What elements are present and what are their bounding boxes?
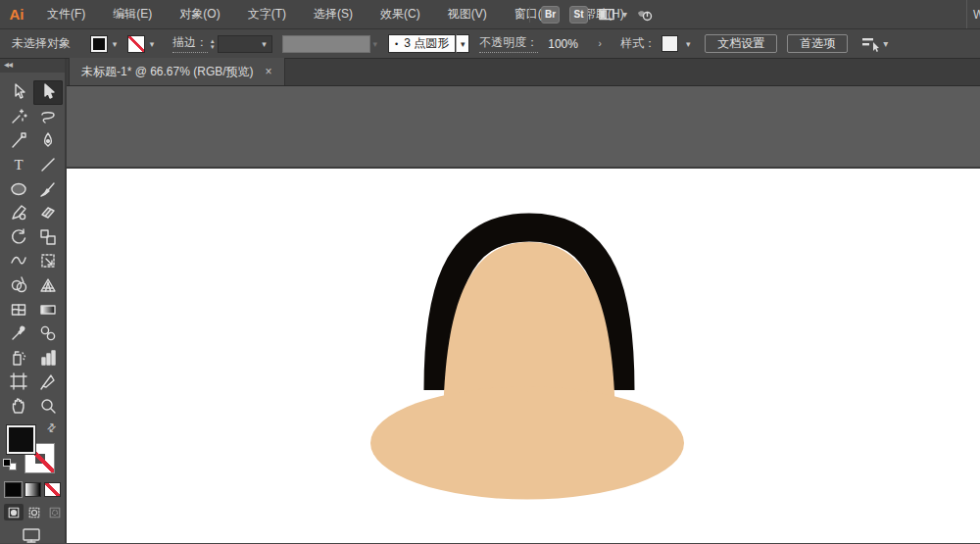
draw-normal-button[interactable]: [4, 504, 24, 520]
rotate-tool[interactable]: [4, 225, 33, 250]
swap-fill-stroke-icon[interactable]: ⇄: [44, 420, 60, 436]
width-tool[interactable]: [4, 249, 33, 273]
arrange-icon[interactable]: [859, 34, 881, 54]
menu-item[interactable]: 选择(S): [300, 0, 367, 28]
none-slash-icon: [45, 483, 60, 496]
menu-item[interactable]: 文字(T): [234, 0, 300, 28]
menu-item[interactable]: 视图(V): [434, 0, 501, 28]
gradient-tool[interactable]: [33, 297, 63, 321]
perspective-grid-tool[interactable]: [33, 273, 63, 298]
opacity-more-button[interactable]: ›: [593, 36, 607, 52]
slice-tool[interactable]: [33, 370, 63, 394]
hand-tool[interactable]: [4, 394, 33, 419]
pen-tool[interactable]: [33, 128, 63, 153]
bridge-button[interactable]: Br: [541, 6, 560, 24]
menu-bar: Ai 文件(F)编辑(E)对象(O)文字(T)选择(S)效果(C)视图(V)窗口…: [0, 0, 980, 29]
type-tool[interactable]: T: [4, 153, 33, 177]
width-profile-chevron-icon: ▾: [373, 39, 378, 49]
document-tab-title: 未标题-1* @ 66.67% (RGB/预览): [81, 64, 254, 80]
arrange-chevron-icon[interactable]: ▾: [883, 38, 888, 49]
anchor-point-tool[interactable]: [4, 128, 33, 153]
style-chevron-icon[interactable]: ▾: [681, 35, 695, 53]
free-transform-tool[interactable]: [33, 249, 63, 273]
zoom-tool[interactable]: [33, 394, 63, 419]
brush-definition-combo[interactable]: • 3 点圆形: [388, 34, 456, 53]
style-label: 样式：: [620, 35, 656, 52]
column-graph-tool[interactable]: [33, 346, 63, 371]
brush-name: 3 点圆形: [404, 35, 449, 52]
none-slash-icon: [128, 36, 144, 52]
draw-inside-button[interactable]: [45, 504, 65, 520]
workspace-switcher-partial[interactable]: W: [966, 0, 980, 28]
pencil-tool[interactable]: [4, 201, 33, 225]
opacity-input[interactable]: 100%: [544, 35, 589, 53]
app-logo: Ai: [0, 6, 33, 23]
none-button[interactable]: [44, 482, 61, 497]
stroke-weight-input[interactable]: ▾: [218, 35, 272, 53]
drawing-mode-buttons: [4, 504, 65, 520]
line-segment-tool[interactable]: [33, 153, 63, 177]
document-setup-button[interactable]: 文档设置: [705, 34, 777, 53]
fill-color-indicator[interactable]: [6, 424, 36, 455]
scale-tool[interactable]: [33, 225, 63, 250]
color-controls: ⇄: [0, 423, 65, 543]
document-area: 未标题-1* @ 66.67% (RGB/预览) ×: [67, 59, 980, 543]
brush-dot-icon: •: [395, 39, 398, 49]
screen-mode-button[interactable]: [20, 525, 43, 544]
svg-text:T: T: [14, 157, 23, 173]
style-swatch[interactable]: [662, 35, 678, 52]
tools-panel: ◂◂ T ⇄: [0, 59, 67, 543]
tab-close-icon[interactable]: ×: [266, 65, 272, 78]
appbar-right: Br St ▾: [523, 0, 659, 28]
chevron-down-icon[interactable]: ▾: [622, 9, 627, 20]
eraser-tool[interactable]: [33, 201, 63, 225]
default-fill-stroke-icon[interactable]: [3, 459, 17, 470]
lasso-tool[interactable]: [33, 105, 63, 129]
ellipse-tool[interactable]: [4, 176, 33, 201]
stroke-weight-stepper[interactable]: ▴ ▾: [211, 38, 215, 50]
artwork[interactable]: [343, 186, 715, 519]
stroke-color-swatch[interactable]: [127, 35, 145, 53]
symbol-sprayer-tool[interactable]: [4, 346, 33, 371]
opacity-label[interactable]: 不透明度：: [479, 34, 538, 53]
color-button[interactable]: [5, 482, 22, 497]
blend-tool[interactable]: [33, 321, 63, 346]
preferences-button[interactable]: 首选项: [787, 34, 848, 53]
panel-collapse-icon[interactable]: ◂◂: [0, 59, 65, 73]
control-bar: 未选择对象 ▾ ▾ 描边： ▴ ▾ ▾ ▾ • 3 点圆形 ▾ 不透明度： 10…: [0, 29, 980, 59]
direct-selection-tool[interactable]: [4, 80, 33, 105]
canvas-viewport[interactable]: [67, 86, 980, 543]
fill-chevron-icon[interactable]: ▾: [108, 35, 122, 53]
tab-strip: 未标题-1* @ 66.67% (RGB/预览) ×: [67, 59, 980, 86]
magic-wand-tool[interactable]: [4, 105, 33, 129]
gradient-button[interactable]: [24, 482, 41, 497]
default-fill-chip: [3, 459, 11, 467]
separator: [529, 7, 530, 23]
shape-builder-tool[interactable]: [4, 273, 33, 298]
draw-behind-button[interactable]: [24, 504, 44, 520]
arrange-documents-icon[interactable]: [597, 6, 616, 24]
paintbrush-tool[interactable]: [33, 176, 63, 201]
document-tab[interactable]: 未标题-1* @ 66.67% (RGB/预览) ×: [69, 58, 285, 85]
menu-item[interactable]: 对象(O): [166, 0, 233, 28]
stock-button[interactable]: St: [569, 6, 588, 24]
brush-chevron-icon[interactable]: ▾: [456, 34, 469, 53]
eyedropper-tool[interactable]: [4, 321, 33, 346]
shoulders-ellipse[interactable]: [370, 387, 684, 500]
mesh-tool[interactable]: [4, 297, 33, 321]
menu-item[interactable]: 编辑(E): [99, 0, 166, 28]
menu-item[interactable]: 文件(F): [33, 0, 99, 28]
paint-mode-buttons: [5, 482, 61, 497]
tool-grid: T: [4, 80, 63, 418]
launch-power-icon[interactable]: [633, 5, 655, 25]
width-profile-combo: [282, 35, 370, 53]
fill-color-swatch[interactable]: [90, 35, 108, 53]
no-selection-label: 未选择对象: [12, 35, 71, 52]
stroke-weight-label[interactable]: 描边：: [172, 34, 208, 53]
selection-tool[interactable]: [33, 80, 63, 105]
artboard-tool[interactable]: [4, 370, 33, 394]
menu-item[interactable]: 效果(C): [367, 0, 434, 28]
stroke-chevron-icon[interactable]: ▾: [145, 35, 159, 53]
stroke-weight-chevron-icon[interactable]: ▾: [258, 35, 271, 53]
stepper-down-icon[interactable]: ▾: [211, 44, 215, 50]
